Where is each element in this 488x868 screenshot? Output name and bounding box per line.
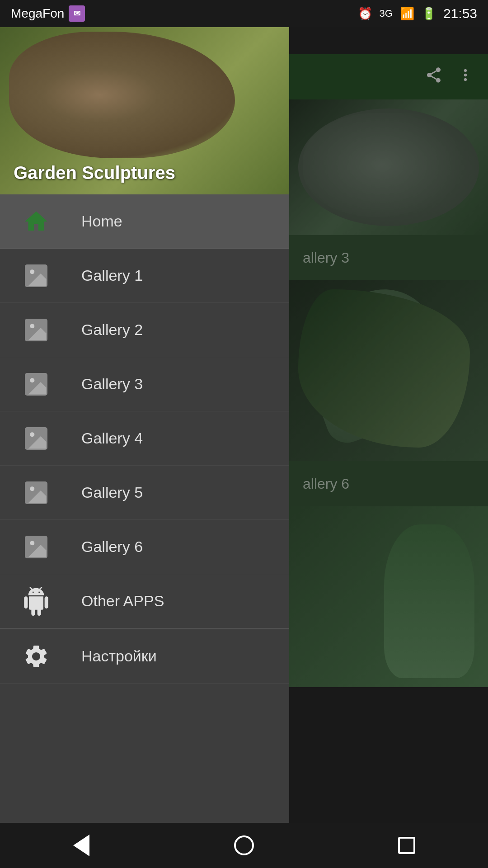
menu-item-gallery1[interactable]: Gallery 1 bbox=[0, 249, 289, 303]
back-icon bbox=[73, 835, 89, 856]
carrier-name: MegaFon bbox=[11, 6, 64, 21]
bottom-nav bbox=[0, 823, 488, 868]
settings-icon bbox=[18, 638, 54, 675]
svg-point-9 bbox=[30, 486, 34, 491]
carrier-icon: ✉ bbox=[69, 5, 85, 22]
back-button[interactable] bbox=[54, 827, 108, 863]
recents-button[interactable] bbox=[380, 827, 434, 863]
home-nav-icon bbox=[234, 835, 254, 855]
status-bar: MegaFon ✉ ⏰ 3G 📶 🔋 21:53 bbox=[0, 0, 488, 27]
menu-item-otherapps-label: Other APPS bbox=[81, 592, 164, 610]
menu-item-gallery6[interactable]: Gallery 6 bbox=[0, 520, 289, 574]
menu-item-gallery5[interactable]: Gallery 5 bbox=[0, 466, 289, 520]
gallery3-icon bbox=[18, 366, 54, 402]
menu-item-gallery2[interactable]: Gallery 2 bbox=[0, 303, 289, 357]
menu-item-gallery6-label: Gallery 6 bbox=[81, 538, 143, 556]
status-bar-right: ⏰ 3G 📶 🔋 21:53 bbox=[358, 6, 477, 21]
battery-icon: 🔋 bbox=[422, 7, 436, 21]
menu-item-settings[interactable]: Настройки bbox=[0, 629, 289, 684]
svg-point-1 bbox=[30, 269, 34, 274]
drawer-title: Garden Sculptures bbox=[14, 163, 175, 183]
svg-point-5 bbox=[30, 378, 34, 382]
recents-icon bbox=[398, 837, 415, 854]
menu-item-home[interactable]: Home bbox=[0, 194, 289, 249]
status-bar-left: MegaFon ✉ bbox=[11, 5, 85, 22]
menu-item-gallery2-label: Gallery 2 bbox=[81, 321, 143, 339]
time-display: 21:53 bbox=[443, 6, 477, 21]
home-icon bbox=[18, 203, 54, 240]
menu-item-gallery4[interactable]: Gallery 4 bbox=[0, 411, 289, 466]
signal-icon: 📶 bbox=[400, 7, 414, 21]
menu-item-gallery3-label: Gallery 3 bbox=[81, 375, 143, 393]
menu-item-settings-label: Настройки bbox=[81, 647, 157, 665]
gallery4-icon bbox=[18, 420, 54, 457]
menu-item-otherapps[interactable]: Other APPS bbox=[0, 574, 289, 628]
gallery2-icon bbox=[18, 312, 54, 348]
android-icon bbox=[18, 583, 54, 619]
svg-point-3 bbox=[30, 324, 34, 328]
menu-item-home-label: Home bbox=[81, 212, 122, 230]
gallery5-icon bbox=[18, 475, 54, 511]
gallery6-icon bbox=[18, 529, 54, 565]
gallery1-icon bbox=[18, 258, 54, 294]
svg-point-11 bbox=[30, 541, 34, 545]
drawer-header: Garden Sculptures bbox=[0, 27, 289, 194]
menu-item-gallery4-label: Gallery 4 bbox=[81, 429, 143, 447]
alarm-icon: ⏰ bbox=[358, 7, 372, 21]
nav-drawer: Garden Sculptures Home Gallery 1 bbox=[0, 27, 289, 868]
home-button[interactable] bbox=[217, 827, 271, 863]
menu-item-gallery5-label: Gallery 5 bbox=[81, 484, 143, 501]
menu-item-gallery3[interactable]: Gallery 3 bbox=[0, 357, 289, 411]
menu-list: Home Gallery 1 Gallery 2 bbox=[0, 194, 289, 868]
menu-item-gallery1-label: Gallery 1 bbox=[81, 267, 143, 284]
network-icon: 3G bbox=[380, 8, 393, 19]
svg-point-7 bbox=[30, 432, 34, 437]
